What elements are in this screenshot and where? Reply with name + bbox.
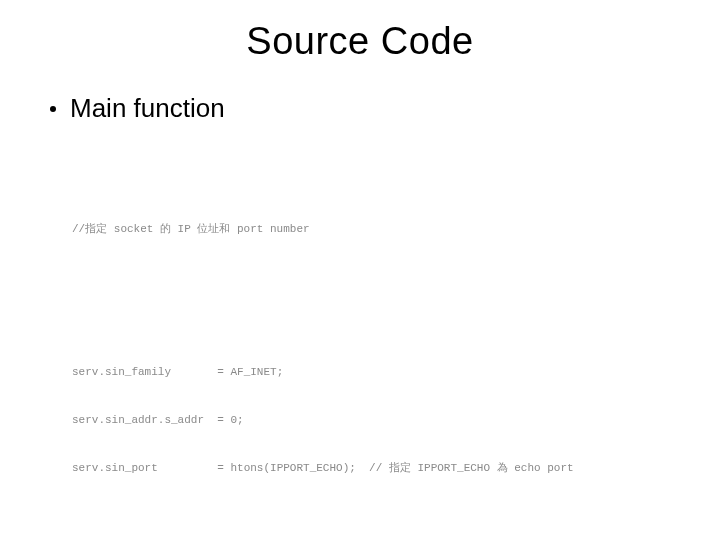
code-line: //指定 socket 的 IP 位址和 port number bbox=[72, 222, 680, 238]
bullet-dot-icon bbox=[50, 106, 56, 112]
code-line: serv.sin_family = AF_INET; bbox=[72, 365, 680, 381]
bullet-text: Main function bbox=[70, 93, 225, 124]
code-line: serv.sin_addr.s_addr = 0; bbox=[72, 413, 680, 429]
bullet-item: Main function bbox=[40, 93, 680, 124]
slide-title: Source Code bbox=[40, 20, 680, 63]
code-line: serv.sin_port = htons(IPPORT_ECHO); // 指… bbox=[72, 461, 680, 477]
code-area: //指定 socket 的 IP 位址和 port number serv.si… bbox=[40, 142, 680, 540]
slide: Source Code Main function //指定 socket 的 … bbox=[0, 0, 720, 540]
code-sockaddr-setup: serv.sin_family = AF_INET; serv.sin_addr… bbox=[72, 333, 680, 508]
code-comment-1: //指定 socket 的 IP 位址和 port number bbox=[72, 190, 680, 270]
